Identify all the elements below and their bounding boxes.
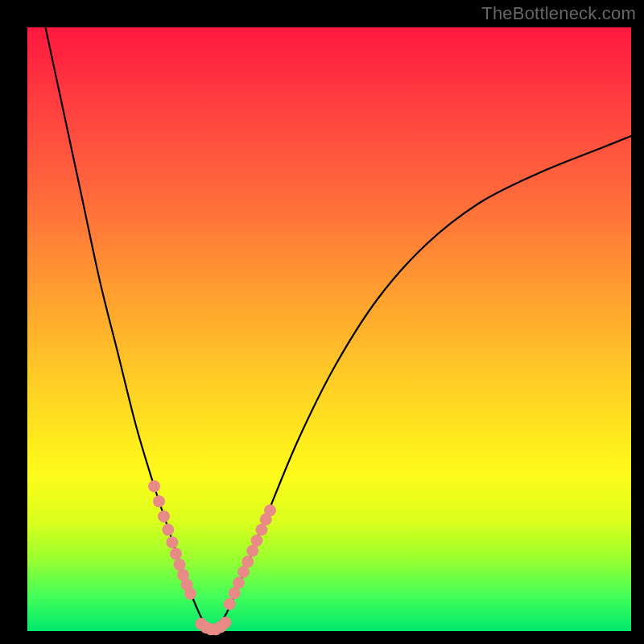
bottleneck-curve-right [215, 136, 632, 631]
bottleneck-curve-left [46, 27, 215, 631]
watermark-text: TheBottleneck.com [481, 3, 636, 24]
data-point [170, 548, 182, 560]
data-point [158, 510, 170, 522]
data-point [220, 617, 232, 629]
data-point [153, 495, 165, 507]
data-point [264, 505, 276, 517]
data-point [174, 559, 186, 571]
data-point [233, 577, 245, 589]
data-point [184, 588, 196, 600]
data-point [167, 536, 179, 548]
data-point [251, 535, 263, 547]
data-points-layer [148, 481, 276, 636]
data-point [224, 598, 236, 610]
data-point [242, 555, 254, 568]
chart-frame: TheBottleneck.com [0, 0, 644, 644]
plot-area [27, 27, 631, 631]
curve-layer [27, 27, 631, 631]
data-point [148, 481, 160, 493]
data-point [162, 524, 174, 536]
